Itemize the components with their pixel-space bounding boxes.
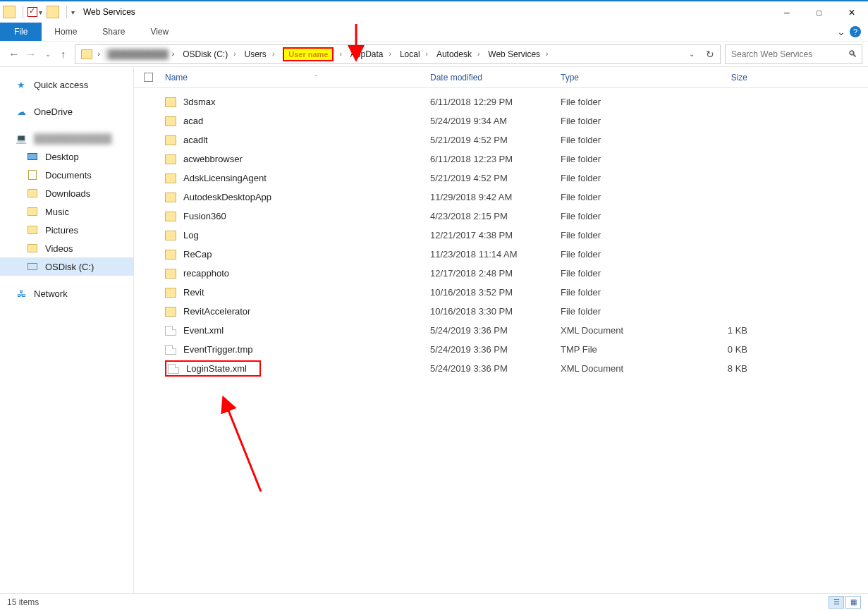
crumb-username[interactable]: User name› <box>279 47 346 61</box>
search-input[interactable] <box>730 49 848 60</box>
crumb-users[interactable]: Users› <box>240 49 279 59</box>
search-icon[interactable]: 🔍︎ <box>848 49 857 59</box>
file-type: File folder <box>561 116 691 126</box>
videos-icon <box>27 243 38 254</box>
up-button[interactable]: ↑ <box>61 48 66 60</box>
forward-button[interactable]: → <box>23 48 39 61</box>
crumb-chevron[interactable]: › <box>168 50 178 58</box>
file-row[interactable]: AutodeskDesktopApp11/29/2018 9:42 AMFile… <box>134 188 868 207</box>
file-name: LoginState.xml <box>186 363 247 374</box>
crumb-appdata[interactable]: AppData› <box>346 49 396 59</box>
ribbon-tabs: File Home Share View ⌄ ? <box>0 23 868 41</box>
ribbon-minimize-icon[interactable]: ⌄ <box>837 26 845 37</box>
qat-properties-icon[interactable] <box>27 7 37 17</box>
sidebar-quick-access[interactable]: ★Quick access <box>0 75 133 94</box>
sidebar-documents[interactable]: Documents <box>0 166 133 184</box>
file-type: File folder <box>561 249 691 260</box>
address-bar[interactable]: › ██████████ › OSDisk (C:)› Users› User … <box>75 44 721 64</box>
folder-icon <box>165 231 176 240</box>
share-tab[interactable]: Share <box>90 23 137 40</box>
file-row[interactable]: Fusion3604/23/2018 2:15 PMFile folder <box>134 207 868 226</box>
sidebar-pictures[interactable]: Pictures <box>0 221 133 239</box>
folder-icon <box>165 288 176 298</box>
navigation-row: ← → ⌄ ↑ › ██████████ › OSDisk (C:)› User… <box>0 41 868 66</box>
close-button[interactable]: ✕ <box>836 1 868 23</box>
file-date: 12/21/2017 4:38 PM <box>430 230 561 240</box>
qat-customize-icon[interactable]: ▾ <box>71 8 75 16</box>
recent-locations-icon[interactable]: ⌄ <box>39 50 56 58</box>
file-menu[interactable]: File <box>0 23 42 41</box>
file-name: AdskLicensingAgent <box>183 173 267 183</box>
home-tab[interactable]: Home <box>42 23 90 40</box>
sidebar-downloads[interactable]: Downloads <box>0 184 133 202</box>
file-date: 4/23/2018 2:15 PM <box>430 211 561 221</box>
file-list[interactable]: 3dsmax6/11/2018 12:29 PMFile folderacad5… <box>134 88 868 593</box>
sidebar-this-pc[interactable]: 💻████████████ <box>0 129 133 147</box>
details-view-button[interactable]: ☰ <box>829 596 844 609</box>
icons-view-button[interactable]: ▦ <box>845 596 861 609</box>
refresh-button[interactable]: ↻ <box>700 49 720 60</box>
file-icon <box>165 345 176 355</box>
file-type: File folder <box>561 173 691 183</box>
file-row[interactable]: ReCap11/23/2018 11:14 AMFile folder <box>134 245 868 264</box>
sidebar-osdisk[interactable]: OSDisk (C:) <box>0 257 133 276</box>
minimize-button[interactable]: — <box>771 1 803 23</box>
file-row[interactable]: recapphoto12/17/2018 2:48 PMFile folder <box>134 264 868 283</box>
file-row[interactable]: AdskLicensingAgent5/21/2019 4:52 PMFile … <box>134 169 868 188</box>
file-row[interactable]: acadlt5/21/2019 4:52 PMFile folder <box>134 130 868 150</box>
file-row[interactable]: LoginState.xml5/24/2019 3:36 PMXML Docum… <box>134 359 868 378</box>
file-date: 5/21/2019 4:52 PM <box>430 135 561 145</box>
file-row[interactable]: Event.xml5/24/2019 3:36 PMXML Document1 … <box>134 321 868 340</box>
file-row[interactable]: 3dsmax6/11/2018 12:29 PMFile folder <box>134 92 868 111</box>
item-count: 15 items <box>7 597 39 607</box>
crumb-osdisk[interactable]: OSDisk (C:)› <box>178 49 240 59</box>
search-box[interactable]: 🔍︎ <box>725 44 862 64</box>
file-name: EventTrigger.tmp <box>183 344 253 355</box>
crumb-root[interactable]: › <box>94 50 104 58</box>
file-row[interactable]: EventTrigger.tmp5/24/2019 3:36 PMTMP Fil… <box>134 340 868 359</box>
crumb-censored[interactable]: ██████████ <box>104 49 168 60</box>
sidebar-videos[interactable]: Videos <box>0 239 133 257</box>
select-all-checkbox[interactable] <box>134 73 162 82</box>
file-type: File folder <box>561 97 691 107</box>
file-row[interactable]: Revit10/16/2018 3:52 PMFile folder <box>134 283 868 302</box>
column-size[interactable]: Size <box>691 73 776 83</box>
sidebar-onedrive[interactable]: ☁OneDrive <box>0 102 133 121</box>
view-tab[interactable]: View <box>137 23 181 40</box>
separator <box>23 6 23 18</box>
file-row[interactable]: acwebbrowser6/11/2018 12:23 PMFile folde… <box>134 150 868 169</box>
music-icon <box>27 206 38 217</box>
file-type: XML Document <box>561 325 691 336</box>
column-name[interactable]: Nameˆ <box>162 73 430 83</box>
crumb-autodesk[interactable]: Autodesk› <box>432 49 484 59</box>
file-date: 10/16/2018 3:52 PM <box>430 287 561 298</box>
back-button[interactable]: ← <box>6 48 23 61</box>
file-date: 5/24/2019 3:36 PM <box>430 344 561 355</box>
maximize-button[interactable]: ☐ <box>803 1 836 23</box>
file-row[interactable]: acad5/24/2019 9:34 AMFile folder <box>134 111 868 130</box>
folder-icon <box>165 135 176 145</box>
desktop-icon <box>27 151 38 162</box>
file-name: RevitAccelerator <box>183 306 250 317</box>
file-date: 5/24/2019 3:36 PM <box>430 325 561 336</box>
status-bar: 15 items ☰ ▦ <box>0 593 868 610</box>
file-name: Event.xml <box>183 325 224 336</box>
sidebar-desktop[interactable]: Desktop <box>0 147 133 166</box>
column-type[interactable]: Type <box>561 73 691 83</box>
file-row[interactable]: Log12/21/2017 4:38 PMFile folder <box>134 226 868 245</box>
crumb-local[interactable]: Local› <box>396 49 432 59</box>
sidebar-music[interactable]: Music <box>0 202 133 221</box>
file-type: XML Document <box>561 363 691 374</box>
column-date[interactable]: Date modified <box>430 73 561 83</box>
file-row[interactable]: RevitAccelerator10/16/2018 3:30 PMFile f… <box>134 302 868 321</box>
file-name: Revit <box>183 287 204 298</box>
sidebar-network[interactable]: 🖧Network <box>0 284 133 303</box>
qat-dropdown-icon[interactable]: ▾ <box>39 8 42 16</box>
crumb-webservices[interactable]: Web Services› <box>484 49 552 59</box>
file-name: Fusion360 <box>183 211 226 221</box>
folder-icon <box>165 97 176 107</box>
pictures-icon <box>27 224 38 236</box>
help-button[interactable]: ? <box>850 26 861 37</box>
address-dropdown-icon[interactable]: ⌄ <box>683 50 700 58</box>
file-size: 0 KB <box>691 344 776 355</box>
